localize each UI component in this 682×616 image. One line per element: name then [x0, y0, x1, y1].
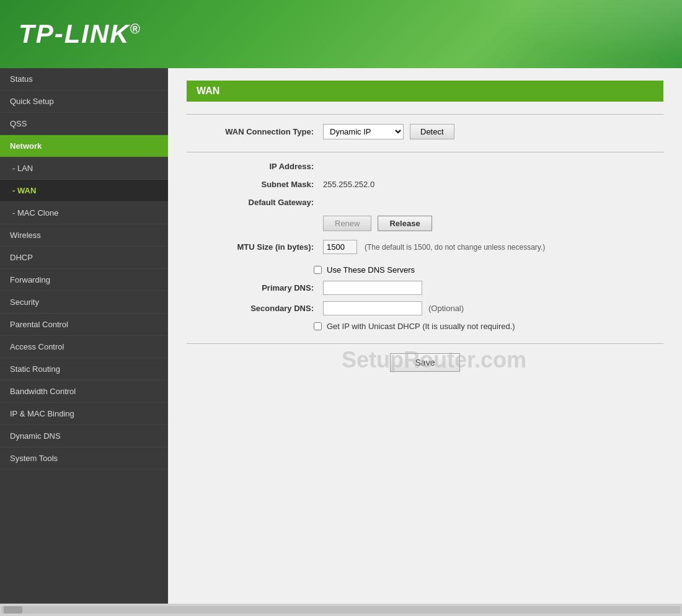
detect-button[interactable]: Detect: [410, 124, 454, 139]
unicast-label: Get IP with Unicast DHCP (It is usually …: [327, 322, 515, 331]
connection-type-select[interactable]: Dynamic IP Static IP PPPoE L2TP PPTP: [323, 124, 404, 139]
mtu-label: MTU Size (in bytes):: [187, 242, 323, 252]
sidebar: Status Quick Setup QSS Network - LAN - W…: [0, 68, 168, 604]
sidebar-item-ip-mac-binding[interactable]: IP & MAC Binding: [0, 403, 168, 425]
unicast-checkbox[interactable]: [314, 322, 322, 330]
subnet-mask-label: Subnet Mask:: [187, 180, 323, 189]
sidebar-item-security[interactable]: Security: [0, 291, 168, 314]
dns-checkbox-row: Use These DNS Servers: [314, 265, 663, 275]
divider-mid: [187, 152, 663, 152]
secondary-dns-label: Secondary DNS:: [187, 304, 323, 313]
main-layout: Status Quick Setup QSS Network - LAN - W…: [0, 68, 682, 604]
primary-dns-label: Primary DNS:: [187, 283, 323, 293]
sidebar-item-forwarding[interactable]: Forwarding: [0, 269, 168, 291]
sidebar-item-parental-control[interactable]: Parental Control: [0, 314, 168, 336]
sidebar-item-wan[interactable]: - WAN: [0, 180, 168, 202]
bottom-bar[interactable]: [0, 604, 682, 616]
secondary-dns-row: Secondary DNS: (Optional): [187, 301, 663, 315]
primary-dns-row: Primary DNS:: [187, 281, 663, 295]
unicast-row: Get IP with Unicast DHCP (It is usually …: [314, 322, 663, 331]
default-gateway-row: Default Gateway:: [187, 198, 663, 207]
secondary-dns-input[interactable]: [323, 301, 422, 315]
connection-type-label: WAN Connection Type:: [187, 127, 323, 136]
save-row: Save: [187, 353, 663, 372]
mtu-row: MTU Size (in bytes): (The default is 150…: [187, 240, 663, 254]
subnet-mask-row: Subnet Mask: 255.255.252.0: [187, 180, 663, 189]
sidebar-item-network[interactable]: Network: [0, 135, 168, 157]
mtu-input[interactable]: [323, 240, 357, 254]
logo: TP-LINK®: [19, 19, 141, 49]
divider-bottom: [187, 343, 663, 344]
sidebar-item-wireless[interactable]: Wireless: [0, 224, 168, 247]
sidebar-item-lan[interactable]: - LAN: [0, 157, 168, 180]
sidebar-item-status[interactable]: Status: [0, 68, 168, 90]
sidebar-item-mac-clone[interactable]: - MAC Clone: [0, 202, 168, 224]
ip-address-row: IP Address:: [187, 162, 663, 171]
dns-checkbox-label: Use These DNS Servers: [327, 265, 415, 275]
primary-dns-input[interactable]: [323, 281, 422, 295]
sidebar-item-access-control[interactable]: Access Control: [0, 336, 168, 358]
save-button[interactable]: Save: [390, 353, 461, 372]
renew-button[interactable]: Renew: [323, 216, 371, 231]
sidebar-item-quick-setup[interactable]: Quick Setup: [0, 90, 168, 113]
main-content: SetupRouter.com WAN WAN Connection Type:…: [168, 68, 682, 604]
wan-title-bar: WAN: [187, 81, 663, 102]
mtu-note: (The default is 1500, do not change unle…: [365, 243, 545, 252]
sidebar-item-dhcp[interactable]: DHCP: [0, 247, 168, 269]
sidebar-item-dynamic-dns[interactable]: Dynamic DNS: [0, 425, 168, 447]
logo-text: TP-LINK: [19, 19, 130, 48]
sidebar-item-bandwidth-control[interactable]: Bandwidth Control: [0, 381, 168, 403]
release-button[interactable]: Release: [378, 216, 432, 231]
default-gateway-label: Default Gateway:: [187, 198, 323, 207]
logo-reg: ®: [130, 21, 141, 37]
connection-type-row: WAN Connection Type: Dynamic IP Static I…: [187, 124, 663, 139]
sidebar-item-qss[interactable]: QSS: [0, 113, 168, 135]
dns-checkbox[interactable]: [314, 266, 322, 274]
ip-address-label: IP Address:: [187, 162, 323, 171]
subnet-mask-value: 255.255.252.0: [323, 180, 374, 189]
header: TP-LINK®: [0, 0, 682, 68]
renew-release-row: Renew Release: [323, 216, 663, 231]
divider-top: [187, 114, 663, 115]
optional-label: (Optional): [428, 304, 464, 313]
sidebar-item-system-tools[interactable]: System Tools: [0, 447, 168, 470]
page-title: WAN: [197, 86, 219, 96]
sidebar-item-static-routing[interactable]: Static Routing: [0, 358, 168, 381]
